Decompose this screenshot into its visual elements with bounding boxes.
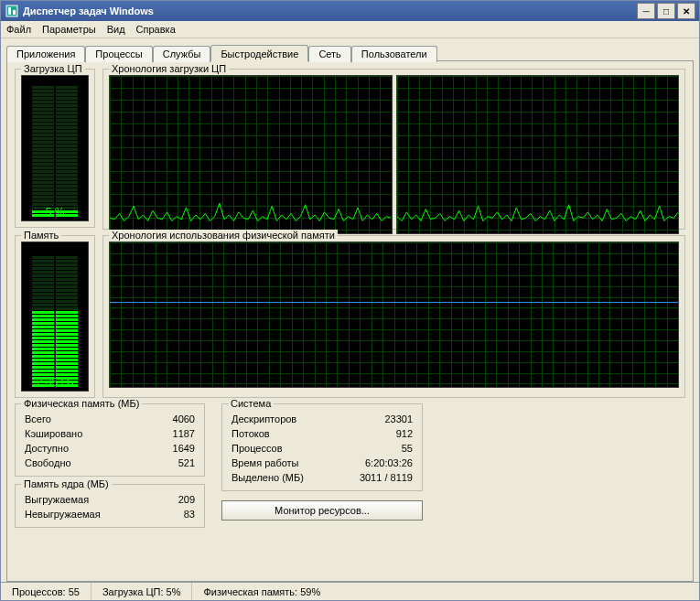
tab-networking[interactable]: Сеть bbox=[308, 46, 350, 62]
kernel-memory-box: Память ядра (МБ) Выгружаемая209 Невыгруж… bbox=[15, 484, 205, 528]
memory-gauge: 2,35 ГБ bbox=[21, 241, 89, 392]
status-memory: Физическая память: 59% bbox=[192, 583, 699, 600]
memory-graph bbox=[109, 241, 679, 388]
menu-view[interactable]: Вид bbox=[107, 24, 125, 35]
memory-history-box: Хронология использования физической памя… bbox=[102, 235, 685, 398]
memory-gauge-value: 2,35 ГБ bbox=[22, 376, 88, 389]
tab-services[interactable]: Службы bbox=[153, 46, 211, 62]
physical-memory-box: Физическая память (МБ) Всего4060 Кэширов… bbox=[15, 403, 205, 477]
maximize-button[interactable]: □ bbox=[657, 3, 675, 19]
cpu-usage-box: Загрузка ЦП 5 % bbox=[15, 69, 95, 228]
menu-options[interactable]: Параметры bbox=[42, 24, 96, 35]
close-button[interactable]: ✕ bbox=[677, 3, 695, 19]
tab-processes[interactable]: Процессы bbox=[85, 46, 152, 62]
cpu-graph-0 bbox=[109, 75, 393, 234]
menu-file[interactable]: Файл bbox=[6, 24, 31, 35]
svg-rect-2 bbox=[13, 10, 16, 15]
memory-history-label: Хронология использования физической памя… bbox=[109, 230, 338, 241]
tab-strip: Приложения Процессы Службы Быстродействи… bbox=[6, 44, 694, 60]
svg-rect-0 bbox=[6, 5, 17, 16]
cpu-gauge-value: 5 % bbox=[22, 206, 88, 219]
phys-mem-legend: Физическая память (МБ) bbox=[21, 398, 142, 409]
kernel-mem-legend: Память ядра (МБ) bbox=[21, 478, 112, 489]
memory-box: Память 2,35 ГБ bbox=[15, 235, 95, 398]
cpu-graph-1 bbox=[396, 75, 680, 234]
tab-performance[interactable]: Быстродействие bbox=[210, 45, 308, 61]
system-box: Система Дескрипторов23301 Потоков912 Про… bbox=[221, 403, 423, 491]
cpu-gauge: 5 % bbox=[21, 75, 89, 221]
performance-panel: Загрузка ЦП 5 % Хронология загрузки ЦП П… bbox=[6, 60, 694, 582]
app-icon bbox=[5, 4, 19, 18]
tab-applications[interactable]: Приложения bbox=[6, 46, 85, 62]
cpu-history-label: Хронология загрузки ЦП bbox=[109, 63, 229, 74]
menu-bar: Файл Параметры Вид Справка bbox=[1, 21, 699, 38]
title-bar: Диспетчер задач Windows ─ □ ✕ bbox=[1, 1, 699, 21]
status-cpu: Загрузка ЦП: 5% bbox=[92, 583, 193, 600]
system-legend: Система bbox=[228, 398, 274, 409]
menu-help[interactable]: Справка bbox=[136, 24, 176, 35]
status-processes: Процессов: 55 bbox=[1, 583, 92, 600]
tab-users[interactable]: Пользователи bbox=[351, 46, 437, 62]
resource-monitor-button[interactable]: Монитор ресурсов... bbox=[221, 500, 423, 521]
window-title: Диспетчер задач Windows bbox=[23, 5, 154, 16]
cpu-history-box: Хронология загрузки ЦП bbox=[102, 69, 685, 230]
memory-label: Память bbox=[21, 230, 61, 241]
status-bar: Процессов: 55 Загрузка ЦП: 5% Физическая… bbox=[1, 582, 699, 600]
cpu-usage-label: Загрузка ЦП bbox=[21, 63, 85, 74]
minimize-button[interactable]: ─ bbox=[637, 3, 655, 19]
svg-rect-1 bbox=[8, 7, 11, 15]
